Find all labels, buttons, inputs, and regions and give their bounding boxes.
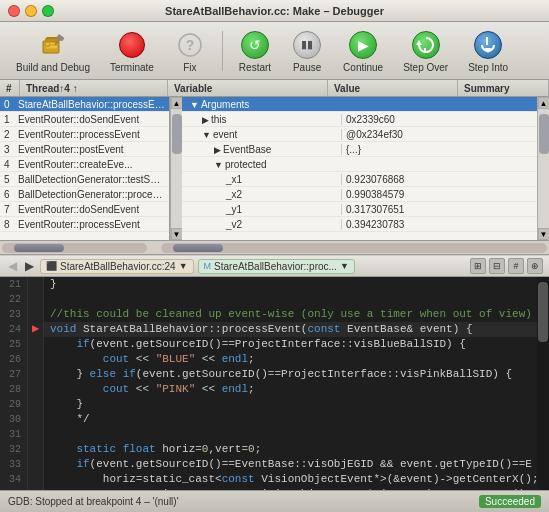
thread-name: EventRouter::doSendEvent — [18, 114, 139, 125]
variable-row[interactable]: ▶ this0x2339c60 — [182, 112, 537, 127]
line-arrow-indicator — [28, 412, 44, 427]
code-editor[interactable]: 21}2223//this could be cleaned up event-… — [0, 277, 549, 490]
var-scroll-up-button[interactable]: ▲ — [538, 97, 550, 109]
variable-row[interactable]: _y10.317307651 — [182, 202, 537, 217]
step-over-button[interactable]: Step Over — [395, 25, 456, 77]
continue-button[interactable]: ▶ Continue — [335, 25, 391, 77]
col-header-thread: Thread↑4 ↑ — [20, 80, 168, 96]
variable-row[interactable]: ▼ protected — [182, 157, 537, 172]
tree-arrow-icon[interactable]: ▼ — [190, 100, 199, 110]
build-debug-icon — [37, 29, 69, 61]
col-header-summary: Summary — [458, 80, 549, 96]
threads-scrollbar[interactable]: ▲ ▼ — [170, 97, 182, 240]
code-line[interactable]: 33 if(event.getSourceID()==EventBase::vi… — [0, 457, 549, 472]
variable-row[interactable]: ▼ Arguments — [182, 97, 537, 112]
line-content: if(event.getSourceID()==ProjectInterface… — [44, 337, 549, 352]
build-debug-button[interactable]: Build and Debug — [8, 25, 98, 77]
step-into-icon — [472, 29, 504, 61]
nav-icon-1[interactable]: ⊞ — [470, 258, 486, 274]
thread-name: StareAtBallBehavior::processEvent — [18, 99, 165, 110]
code-line[interactable]: 30 */ — [0, 412, 549, 427]
code-line[interactable]: 29 } — [0, 397, 549, 412]
variable-name: _v2 — [186, 219, 341, 230]
threads-hscroll-thumb[interactable] — [14, 244, 64, 252]
code-line[interactable]: 25 if(event.getSourceID()==ProjectInterf… — [0, 337, 549, 352]
vars-hscroll[interactable] — [161, 243, 547, 253]
code-line[interactable]: 34 horiz=static_cast<const VisionObjectE… — [0, 472, 549, 487]
scroll-track[interactable] — [171, 109, 183, 228]
maximize-button[interactable] — [42, 5, 54, 17]
variable-row[interactable]: _v20.394230783 — [182, 217, 537, 232]
tree-arrow-icon[interactable]: ▶ — [202, 115, 209, 125]
terminate-label: Terminate — [110, 62, 154, 73]
code-line[interactable]: 23//this could be cleaned up event-wise … — [0, 307, 549, 322]
thread-row[interactable]: 5BallDetectionGenerator::testSendB... — [0, 172, 169, 187]
code-line[interactable]: 35 vert=static_cast<const VisionObjectEv… — [0, 487, 549, 490]
thread-row[interactable]: 6BallDetectionGenerator::processE... — [0, 187, 169, 202]
variables-scrollbar[interactable]: ▲ ▼ — [537, 97, 549, 240]
file-dropdown-arrow[interactable]: ▼ — [179, 261, 188, 271]
tree-arrow-icon[interactable]: ▼ — [202, 130, 211, 140]
thread-row[interactable]: 4EventRouter::createEve... — [0, 157, 169, 172]
col-header-value: Value — [328, 80, 458, 96]
fix-label: Fix — [183, 62, 196, 73]
threads-panel[interactable]: 0StareAtBallBehavior::processEvent1Event… — [0, 97, 170, 240]
nav-forward-button[interactable]: ▶ — [23, 259, 36, 273]
scroll-up-button[interactable]: ▲ — [171, 97, 183, 109]
thread-row[interactable]: 0StareAtBallBehavior::processEvent — [0, 97, 169, 112]
variable-row[interactable]: _x10.923076868 — [182, 172, 537, 187]
code-line[interactable]: 22 — [0, 292, 549, 307]
variable-row[interactable]: _x20.990384579 — [182, 187, 537, 202]
nav-icon-2[interactable]: ⊟ — [489, 258, 505, 274]
thread-num: 3 — [4, 144, 18, 155]
code-line[interactable]: 27 } else if(event.getSourceID()==Projec… — [0, 367, 549, 382]
nav-icon-3[interactable]: # — [508, 258, 524, 274]
tree-arrow-icon[interactable]: ▼ — [214, 160, 223, 170]
code-line[interactable]: 24▶void StareAtBallBehavior::processEven… — [0, 322, 549, 337]
method-dropdown-arrow[interactable]: ▼ — [340, 261, 349, 271]
thread-row[interactable]: 7EventRouter::doSendEvent — [0, 202, 169, 217]
method-badge[interactable]: M StareAtBallBehavior::proc... ▼ — [198, 259, 355, 274]
terminate-button[interactable]: Terminate — [102, 25, 162, 77]
code-line[interactable]: 28 cout << "PINK" << endl; — [0, 382, 549, 397]
variable-row[interactable]: ▶ EventBase{...} — [182, 142, 537, 157]
thread-row[interactable]: 3EventRouter::postEvent — [0, 142, 169, 157]
restart-button[interactable]: ↺ Restart — [231, 25, 279, 77]
line-number: 27 — [0, 367, 28, 382]
thread-row[interactable]: 2EventRouter::processEvent — [0, 127, 169, 142]
thread-row[interactable]: 8EventRouter::processEvent — [0, 217, 169, 232]
code-line[interactable]: 32 static float horiz=0,vert=0; — [0, 442, 549, 457]
thread-row[interactable]: 1EventRouter::doSendEvent — [0, 112, 169, 127]
step-into-button[interactable]: Step Into — [460, 25, 516, 77]
line-content: cout << "BLUE" << endl; — [44, 352, 549, 367]
nav-icon-4[interactable]: ⊕ — [527, 258, 543, 274]
file-badge[interactable]: ⬛ StareAtBallBehavior.cc:24 ▼ — [40, 259, 194, 274]
scroll-thumb[interactable] — [172, 114, 182, 154]
code-line[interactable]: 31 — [0, 427, 549, 442]
line-number: 25 — [0, 337, 28, 352]
variables-panel[interactable]: ▼ Arguments▶ this0x2339c60▼ event@0x234e… — [182, 97, 537, 240]
threads-hscroll[interactable] — [2, 243, 147, 253]
variable-row[interactable]: ▼ event@0x234ef30 — [182, 127, 537, 142]
pause-button[interactable]: ▮▮ Pause — [283, 25, 331, 77]
vars-hscroll-thumb[interactable] — [173, 244, 223, 252]
line-arrow-indicator — [28, 382, 44, 397]
tree-arrow-icon[interactable]: ▶ — [214, 145, 221, 155]
var-scroll-thumb[interactable] — [539, 114, 549, 154]
code-scrollbar-thumb[interactable] — [538, 282, 548, 342]
line-content: //this could be cleaned up event-wise (o… — [44, 307, 549, 322]
code-scrollbar[interactable] — [537, 277, 549, 490]
line-number: 34 — [0, 472, 28, 487]
code-line[interactable]: 21} — [0, 277, 549, 292]
var-scroll-down-button[interactable]: ▼ — [538, 228, 550, 240]
thread-name: EventRouter::createEve... — [18, 159, 133, 170]
line-content — [44, 427, 549, 442]
nav-back-button[interactable]: ◀ — [6, 259, 19, 273]
minimize-button[interactable] — [25, 5, 37, 17]
traffic-lights[interactable] — [8, 5, 54, 17]
code-line[interactable]: 26 cout << "BLUE" << endl; — [0, 352, 549, 367]
var-scroll-track[interactable] — [538, 109, 550, 228]
close-button[interactable] — [8, 5, 20, 17]
fix-button[interactable]: ? Fix — [166, 25, 214, 77]
scroll-down-button[interactable]: ▼ — [171, 228, 183, 240]
